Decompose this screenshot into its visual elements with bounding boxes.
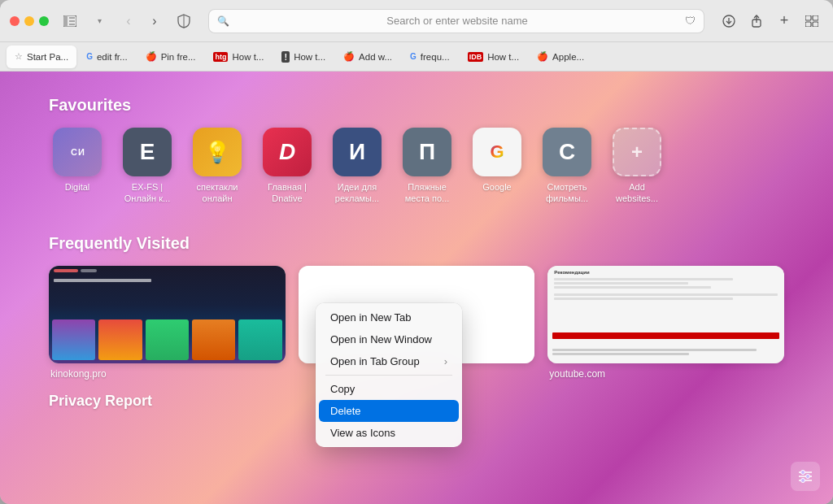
freq-thumb-kinokong xyxy=(49,266,286,363)
frequently-visited-title: Frequently Visited xyxy=(49,234,784,253)
freq-item-youtube[interactable]: Рекомендации xyxy=(547,266,784,380)
tab-htg-favicon: htg xyxy=(213,52,228,62)
tab-google2-favicon: G xyxy=(410,52,416,61)
context-menu: Open in New Tab Open in New Window Open … xyxy=(316,303,462,447)
nav-buttons: ‹ › xyxy=(117,10,166,33)
tracking-icon: 🛡 xyxy=(685,15,696,27)
close-button[interactable] xyxy=(10,16,20,26)
svg-rect-13 xyxy=(813,22,818,27)
tab-star-favicon: ☆ xyxy=(15,51,23,62)
tab-edit[interactable]: G edit fr... xyxy=(78,46,136,68)
search-icon: 🔍 xyxy=(217,15,229,27)
menu-item-view-icons[interactable]: View as Icons xyxy=(319,422,459,444)
tab-apple3-favicon: 🍎 xyxy=(537,51,548,62)
menu-item-open-new-tab[interactable]: Open in New Tab xyxy=(319,306,459,328)
traffic-lights xyxy=(10,16,49,26)
download-button[interactable] xyxy=(717,10,740,33)
tab-db[interactable]: IDB How t... xyxy=(460,46,527,68)
shield-icon xyxy=(172,10,195,33)
freq-label: youtube.com xyxy=(547,368,784,380)
fav-item-smotret[interactable]: С Смотреть фильмы... xyxy=(539,128,595,205)
new-tab-button[interactable]: + xyxy=(773,10,796,33)
tab-overview-button[interactable] xyxy=(800,10,823,33)
tab-exclaim-favicon: ! xyxy=(281,51,290,63)
share-button[interactable] xyxy=(745,10,768,33)
tab-label: How t... xyxy=(487,52,519,62)
fav-item-plyazh[interactable]: П Пляжные места по... xyxy=(399,128,456,205)
freq-label: kinokong.pro xyxy=(49,368,286,380)
fav-item-add-websites[interactable]: + Add websites... xyxy=(608,128,665,205)
tab-label: Pin fre... xyxy=(161,52,196,62)
favourites-title: Favourites xyxy=(49,96,784,115)
tabs-bar: ☆ Start Pa... G edit fr... 🍎 Pin fre... … xyxy=(0,42,833,72)
menu-item-copy[interactable]: Copy xyxy=(319,378,459,400)
tab-label: Start Pa... xyxy=(27,52,68,62)
address-bar-placeholder: Search or enter website name xyxy=(234,15,680,27)
tab-how2[interactable]: ! How t... xyxy=(273,46,334,68)
fav-item-digital[interactable]: С И Digital xyxy=(49,128,106,205)
menu-item-open-new-window[interactable]: Open in New Window xyxy=(319,328,459,350)
fav-item-exfs[interactable]: Е EX-FS | Онлайн к... xyxy=(119,128,176,205)
fav-label: EX-FS | Онлайн к... xyxy=(119,181,176,205)
fav-label: Идеи для рекламы... xyxy=(329,181,386,205)
svg-rect-10 xyxy=(805,15,811,20)
back-button[interactable]: ‹ xyxy=(117,10,140,33)
tab-label: edit fr... xyxy=(97,52,128,62)
fav-label: Смотреть фильмы... xyxy=(539,181,595,205)
tab-label: How t... xyxy=(294,52,325,62)
freq-item-kinokong[interactable]: kinokong.pro xyxy=(49,266,286,380)
tab-label: Add w... xyxy=(359,52,392,62)
fav-item-idei[interactable]: И Идеи для рекламы... xyxy=(329,128,386,205)
maximize-button[interactable] xyxy=(39,16,49,26)
fav-label: Пляжные места по... xyxy=(399,181,456,205)
sidebar-toggle-button[interactable] xyxy=(59,12,81,30)
browser-window: ▾ ‹ › 🔍 Search or enter website name 🛡 xyxy=(0,0,833,504)
tab-add[interactable]: 🍎 Add w... xyxy=(335,46,400,68)
svg-point-17 xyxy=(801,471,805,475)
fav-label: Add websites... xyxy=(608,181,665,205)
tab-apple[interactable]: 🍎 Apple... xyxy=(529,46,592,68)
submenu-arrow-icon: › xyxy=(444,355,447,367)
svg-point-18 xyxy=(806,475,810,479)
tab-google-favicon: G xyxy=(86,52,93,61)
forward-button[interactable]: › xyxy=(143,10,166,33)
fav-label: Главная | Dnative xyxy=(259,181,316,205)
freq-thumb-youtube: Рекомендации xyxy=(547,266,784,363)
tab-htg[interactable]: htg How t... xyxy=(205,46,272,68)
minimize-button[interactable] xyxy=(24,16,34,26)
tab-label: How t... xyxy=(232,52,264,62)
address-bar[interactable]: 🔍 Search or enter website name 🛡 xyxy=(208,9,704,33)
svg-rect-12 xyxy=(805,22,811,27)
menu-item-open-tab-group[interactable]: Open in Tab Group › xyxy=(319,350,459,372)
fav-label: спектакли онлайн xyxy=(189,181,246,205)
tab-apple-favicon: 🍎 xyxy=(146,51,157,62)
tab-label: Apple... xyxy=(552,52,584,62)
sidebar-chevron-button[interactable]: ▾ xyxy=(88,12,111,30)
tab-pin[interactable]: 🍎 Pin fre... xyxy=(137,46,204,68)
fav-label: Google xyxy=(482,181,511,193)
toolbar-right: + xyxy=(717,10,823,33)
tab-start-page[interactable]: ☆ Start Pa... xyxy=(7,46,76,68)
fav-item-spektakli[interactable]: 💡 спектакли онлайн xyxy=(189,128,246,205)
fav-label: Digital xyxy=(65,181,90,193)
tab-apple2-favicon: 🍎 xyxy=(343,51,355,62)
fav-item-dnative[interactable]: D Главная | Dnative xyxy=(259,128,316,205)
tab-label: frequ... xyxy=(421,52,450,62)
fav-item-google[interactable]: G Google xyxy=(469,128,526,205)
svg-rect-11 xyxy=(813,15,818,20)
tab-freq[interactable]: G frequ... xyxy=(402,46,458,68)
menu-item-delete[interactable]: Delete xyxy=(319,400,459,422)
svg-rect-1 xyxy=(63,15,68,27)
favourites-grid: С И Digital Е EX-FS | Онлайн к... 💡 xyxy=(49,128,784,205)
tab-db-favicon: IDB xyxy=(468,52,484,62)
title-bar: ▾ ‹ › 🔍 Search or enter website name 🛡 xyxy=(0,0,833,42)
content-area: Favourites С И Digital Е EX-FS | Онлайн … xyxy=(0,72,833,504)
menu-divider xyxy=(325,375,452,376)
settings-button[interactable] xyxy=(791,462,820,491)
svg-point-19 xyxy=(801,479,805,483)
